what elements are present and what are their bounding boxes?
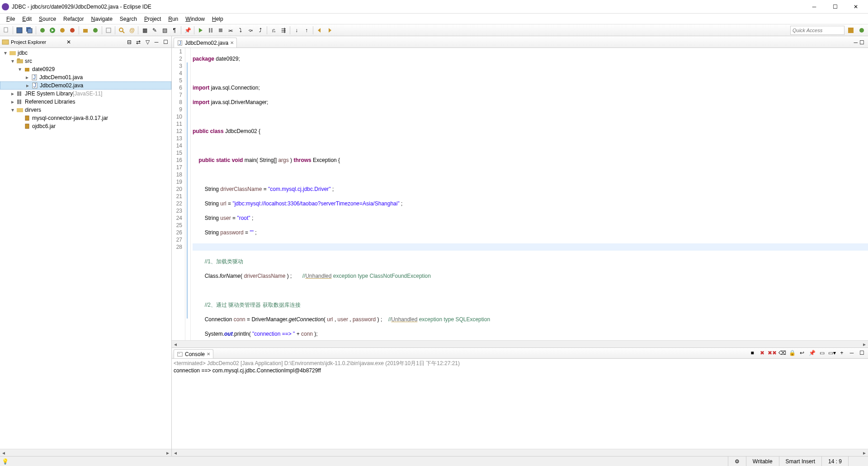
drop-frame-button[interactable]: ⎌ <box>269 26 278 35</box>
external-tools-button[interactable] <box>68 26 77 35</box>
editor-tab-close[interactable]: ✕ <box>230 40 234 45</box>
tree-project[interactable]: ▾jdbc <box>0 49 171 57</box>
close-button[interactable]: ✕ <box>845 0 866 14</box>
tree-dirvers[interactable]: ▾dirvers <box>0 106 171 114</box>
project-explorer-close[interactable]: ✕ <box>66 39 71 45</box>
code-editor[interactable]: 1234567891011121314151617181920212223242… <box>172 48 868 340</box>
suspend-button[interactable] <box>206 26 215 35</box>
maximize-view-button[interactable]: ☐ <box>161 38 170 46</box>
tree-jre[interactable]: ▸JRE System Library [JavaSE-11] <box>0 90 171 98</box>
console-tab[interactable]: Console ✕ <box>174 349 213 358</box>
toggle-breadcrumb-button[interactable]: ▦ <box>140 26 149 35</box>
editor-maximize-button[interactable]: ☐ <box>859 39 864 46</box>
toggle-block-button[interactable]: ▤ <box>160 26 169 35</box>
fold-gutter[interactable] <box>185 48 191 340</box>
svg-rect-24 <box>9 51 16 55</box>
menu-window[interactable]: Window <box>182 15 208 23</box>
perspective-debug-button[interactable] <box>857 26 866 35</box>
menu-search[interactable]: Search <box>116 15 141 23</box>
tree-jar-1[interactable]: mysql-connector-java-8.0.17.jar <box>0 114 171 122</box>
save-button[interactable] <box>15 26 24 35</box>
annotation-button[interactable]: @ <box>127 26 136 35</box>
console-remove-button[interactable]: ✖ <box>758 348 767 357</box>
open-type-button[interactable] <box>104 26 113 35</box>
tip-icon: 💡 <box>2 458 9 465</box>
editor-tab[interactable]: J JdbcDemo02.java ✕ <box>174 38 237 48</box>
menu-refactor[interactable]: Refactor <box>60 15 87 23</box>
new-package-button[interactable] <box>81 26 90 35</box>
prev-annotation-button[interactable]: ↑ <box>302 26 311 35</box>
new-button[interactable] <box>2 26 11 35</box>
pin-button[interactable]: 📌 <box>183 26 192 35</box>
console-terminate-button[interactable]: ■ <box>748 348 757 357</box>
show-whitespace-button[interactable]: ¶ <box>170 26 179 35</box>
editor-minimize-button[interactable]: ─ <box>854 39 858 46</box>
resume-button[interactable] <box>196 26 205 35</box>
step-return-button[interactable]: ⤴ <box>256 26 265 35</box>
console-display-button[interactable]: ▭ <box>817 348 826 357</box>
view-menu-button[interactable]: ▽ <box>143 38 151 46</box>
new-class-button[interactable] <box>91 26 100 35</box>
svg-rect-3 <box>28 29 32 33</box>
svg-rect-9 <box>83 29 88 33</box>
svg-rect-41 <box>178 352 183 356</box>
minimize-button[interactable]: ─ <box>804 0 825 14</box>
collapse-all-button[interactable]: ⊟ <box>125 38 133 46</box>
step-over-button[interactable]: ⤼ <box>246 26 255 35</box>
tree-ref-libs[interactable]: ▸Referenced Libraries <box>0 98 171 106</box>
maximize-button[interactable]: ☐ <box>825 0 845 14</box>
package-icon <box>24 66 31 73</box>
source-folder-icon <box>16 57 24 65</box>
forward-button[interactable] <box>325 26 334 35</box>
console-hscrollbar[interactable]: ◂▸ <box>172 449 868 456</box>
console-word-wrap-button[interactable]: ↩ <box>797 348 807 357</box>
tree-src[interactable]: ▾src <box>0 57 171 65</box>
console-minimize-button[interactable]: ─ <box>847 348 856 357</box>
save-all-button[interactable] <box>25 26 34 35</box>
menu-run[interactable]: Run <box>165 15 182 23</box>
console-output[interactable]: <terminated> JdbcDemo02 [Java Applicatio… <box>172 359 868 449</box>
explorer-hscrollbar[interactable]: ◂▸ <box>0 449 171 456</box>
menu-edit[interactable]: Edit <box>19 15 35 23</box>
console-maximize-button[interactable]: ☐ <box>857 348 866 357</box>
next-annotation-button[interactable]: ↓ <box>292 26 301 35</box>
code-content[interactable]: package date0929; import java.sql.Connec… <box>191 48 868 340</box>
disconnect-button[interactable]: ⫘ <box>226 26 235 35</box>
search-button[interactable] <box>117 26 126 35</box>
debug-button[interactable] <box>38 26 47 35</box>
console-remove-all-button[interactable]: ✖✖ <box>768 348 777 357</box>
tree-jar-2[interactable]: ojdbc6.jar <box>0 122 171 130</box>
menu-navigate[interactable]: Navigate <box>87 15 116 23</box>
menu-help[interactable]: Help <box>208 15 227 23</box>
console-scroll-lock-button[interactable]: 🔒 <box>788 348 797 357</box>
svg-marker-20 <box>329 28 331 33</box>
back-button[interactable] <box>315 26 324 35</box>
run-button[interactable] <box>48 26 57 35</box>
tree-file-2[interactable]: ▸JJdbcDemo02.java <box>0 81 171 90</box>
perspective-java-button[interactable] <box>846 26 855 35</box>
editor-hscrollbar[interactable]: ◂▸ <box>172 340 868 347</box>
status-launch-icon[interactable]: ⚙ <box>728 456 746 466</box>
tree-package[interactable]: ▾date0929 <box>0 65 171 73</box>
project-tree[interactable]: ▾jdbc ▾src ▾date0929 ▸JJdbcDemo01.java ▸… <box>0 48 171 449</box>
terminate-button[interactable] <box>216 26 225 35</box>
menu-source[interactable]: Source <box>35 15 60 23</box>
link-editor-button[interactable]: ⇄ <box>134 38 142 46</box>
console-pin-button[interactable]: 📌 <box>807 348 816 357</box>
statusbar: 💡 ⚙ Writable Smart Insert 14 : 9 <box>0 456 868 466</box>
menu-file[interactable]: File <box>3 15 19 23</box>
step-filters-button[interactable]: ⇶ <box>279 26 288 35</box>
step-into-button[interactable]: ⤵ <box>236 26 245 35</box>
quick-access-input[interactable] <box>790 26 844 35</box>
toggle-mark-button[interactable]: ✎ <box>150 26 159 35</box>
svg-rect-33 <box>19 91 21 96</box>
console-clear-button[interactable]: ⌫ <box>778 348 787 357</box>
svg-point-22 <box>859 28 864 33</box>
console-new-button[interactable]: + <box>837 348 846 357</box>
console-open-button[interactable]: ▭▾ <box>827 348 836 357</box>
tree-file-1[interactable]: ▸JJdbcDemo01.java <box>0 73 171 81</box>
console-tab-close[interactable]: ✕ <box>207 352 210 357</box>
coverage-button[interactable] <box>58 26 67 35</box>
menu-project[interactable]: Project <box>141 15 165 23</box>
minimize-view-button[interactable]: ─ <box>152 38 160 46</box>
